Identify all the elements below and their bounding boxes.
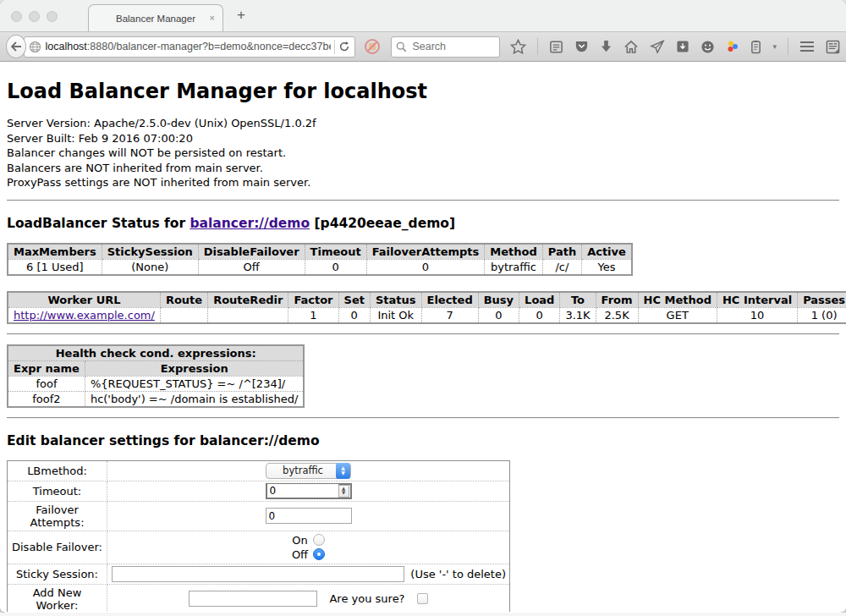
failover-attempts-input[interactable]	[266, 508, 352, 524]
table-cell: hc('body') =~ /domain is established/	[85, 391, 304, 407]
are-you-sure-checkbox[interactable]	[417, 593, 428, 604]
table-cell: (None)	[102, 259, 198, 275]
table-cell	[160, 307, 207, 323]
table-header-row: Expr nameExpression	[8, 360, 304, 376]
column-header: Busy	[478, 292, 519, 308]
failover-attempts-label: Failover Attempts:	[8, 501, 107, 531]
table-cell: 0	[338, 307, 370, 323]
home-icon[interactable]	[624, 40, 639, 54]
lbmethod-label: LBmethod:	[8, 460, 107, 481]
table-cell: 2.5K	[596, 307, 638, 323]
send-tab-icon[interactable]	[650, 40, 665, 54]
sticky-session-input[interactable]	[112, 566, 404, 582]
search-bar[interactable]	[391, 36, 500, 58]
divider	[7, 333, 839, 335]
table-cell: foof2	[8, 391, 85, 407]
balancer-status-table: MaxMembersStickySessionDisableFailoverTi…	[7, 243, 633, 276]
table-cell: Init Ok	[370, 307, 421, 323]
timeout-input[interactable]	[267, 484, 338, 498]
table-cell: Yes	[582, 259, 632, 275]
column-header: From	[596, 292, 638, 308]
disable-failover-on-radio[interactable]	[313, 534, 325, 546]
zoom-window-button[interactable]	[47, 11, 58, 22]
divider	[7, 417, 839, 419]
column-header: MaxMembers	[8, 244, 102, 260]
search-input[interactable]	[410, 40, 495, 53]
column-header: HC Method	[638, 292, 717, 308]
navigation-toolbar: localhost:8880/balancer-manager?b=demo&n…	[0, 31, 846, 62]
worker-status-table: Worker URLRouteRouteRedirFactorSetStatus…	[7, 291, 846, 324]
server-built-line: Server Built: Feb 9 2016 07:00:20	[7, 131, 839, 146]
table-title: Health check cond. expressions:	[8, 345, 304, 361]
table-cell: bytraffic	[485, 259, 542, 275]
column-header: StickySession	[102, 244, 198, 260]
url-bar[interactable]: localhost:8880/balancer-manager?b=demo&n…	[24, 36, 355, 58]
divider	[7, 200, 839, 201]
add-worker-input[interactable]	[189, 591, 317, 607]
save-page-icon[interactable]	[676, 40, 689, 53]
column-header: Active	[582, 244, 632, 260]
column-header: Expr name	[8, 360, 85, 376]
page-title: Load Balancer Manager for localhost	[7, 80, 839, 103]
sticky-session-label: Sticky Session:	[8, 564, 107, 584]
number-spinner-icon[interactable]: ▲▼	[338, 485, 349, 498]
on-radio-label: On	[292, 533, 307, 547]
lbmethod-select[interactable]: bytraffic ▲▼	[266, 463, 351, 479]
feedback-smiley-icon[interactable]	[700, 40, 715, 54]
status-heading-prefix: LoadBalancer Status for	[7, 216, 190, 231]
screenshot-extension-icon[interactable]	[826, 40, 840, 54]
balancer-demo-link[interactable]: balancer://demo	[190, 216, 310, 231]
toolbar-separator	[537, 38, 538, 55]
column-header: Elected	[421, 292, 478, 308]
balancer-settings-form: LBmethod: bytraffic ▲▼ Timeout: ▲▼	[7, 460, 510, 612]
download-icon[interactable]	[600, 40, 613, 54]
column-header: FailoverAttempts	[366, 244, 485, 260]
table-cell: %{REQUEST_STATUS} =~ /^[234]/	[85, 376, 304, 391]
column-header: Route	[160, 292, 207, 308]
tab-close-icon[interactable]: ×	[210, 13, 215, 23]
table-row: foof2hc('body') =~ /domain is establishe…	[8, 391, 304, 407]
overflow-caret-icon[interactable]: ▾	[772, 42, 777, 51]
lbmethod-selected-value: bytraffic	[277, 465, 329, 476]
url-text[interactable]: localhost:8880/balancer-manager?b=demo&n…	[45, 41, 331, 52]
minimize-window-button[interactable]	[29, 11, 40, 22]
tab-balancer-manager[interactable]: Balancer Manager ×	[88, 4, 223, 31]
table-row: 6 [1 Used](None)Off00bytraffic/c/Yes	[8, 259, 632, 275]
clipboard-extension-icon[interactable]	[750, 40, 761, 54]
disable-failover-row: Disable Failover: On Off	[8, 531, 510, 564]
table-header-row: Worker URLRouteRouteRedirFactorSetStatus…	[8, 292, 846, 308]
close-window-button[interactable]	[11, 11, 22, 22]
timeout-label: Timeout:	[8, 481, 107, 501]
bookmark-star-icon[interactable]	[510, 39, 526, 54]
sticky-session-row: Sticky Session: (Use '-' to delete)	[8, 564, 510, 584]
table-cell: 1	[288, 307, 338, 323]
globe-icon	[29, 41, 41, 53]
loadbalancer-status-heading: LoadBalancer Status for balancer://demo …	[7, 216, 839, 231]
pocket-icon[interactable]	[574, 40, 589, 54]
extension-colordots-icon[interactable]	[726, 40, 739, 53]
window-controls	[11, 11, 58, 22]
column-header: RouteRedir	[208, 292, 288, 308]
health-check-table: Health check cond. expressions:Expr name…	[7, 344, 305, 408]
are-you-sure-label: Are you sure?	[329, 592, 404, 605]
new-tab-button[interactable]: +	[237, 7, 245, 24]
table-cell: foof	[8, 376, 85, 391]
select-stepper-icon: ▲▼	[336, 463, 350, 479]
content-blocked-icon[interactable]	[364, 38, 381, 55]
failover-attempts-row: Failover Attempts:	[8, 501, 510, 531]
persist-notice-line: Balancer changes will NOT be persisted o…	[7, 146, 839, 161]
status-heading-suffix: [p4420eeae_demo]	[310, 216, 455, 231]
menu-hamburger-icon[interactable]	[799, 41, 815, 52]
disable-failover-off-radio[interactable]	[313, 548, 325, 560]
lbmethod-row: LBmethod: bytraffic ▲▼	[8, 460, 510, 481]
worker-url-link[interactable]: http://www.example.com/	[14, 309, 155, 322]
table-cell: 3.1K	[560, 307, 596, 323]
table-cell: 1 (0)	[798, 307, 846, 323]
browser-window: Balancer Manager × + localhost:8880/bala…	[0, 0, 846, 613]
proxypass-notice-line: ProxyPass settings are NOT inherited fro…	[7, 175, 839, 190]
reload-icon[interactable]	[338, 41, 350, 52]
bookmarks-menu-icon[interactable]	[549, 40, 563, 54]
add-worker-row: Add New Worker: Are you sure?	[8, 584, 510, 612]
column-header: DisableFailover	[198, 244, 305, 260]
table-cell: 0	[366, 259, 485, 275]
